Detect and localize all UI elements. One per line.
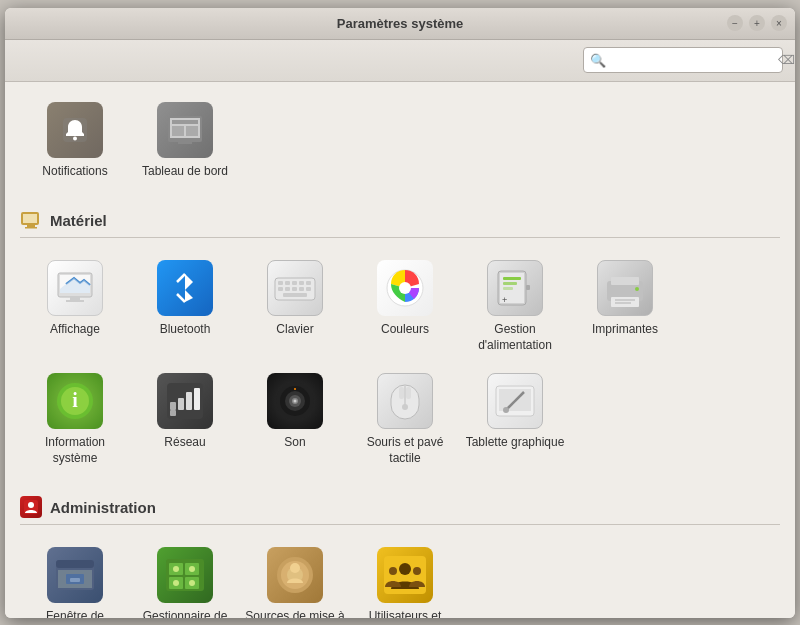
main-window: Paramètres système − + × 🔍 ⌫: [5, 8, 795, 618]
svg-rect-50: [186, 392, 192, 410]
fenetre-label: Fenêtre de connexion: [25, 609, 125, 617]
item-tableau[interactable]: Tableau de bord: [130, 92, 240, 190]
minimize-button[interactable]: −: [727, 15, 743, 31]
materiel-header: Matériel: [20, 209, 780, 238]
info-icon: i: [47, 373, 103, 429]
souris-label: Souris et pavé tactile: [355, 435, 455, 466]
item-tablette[interactable]: Tablette graphique: [460, 363, 570, 476]
item-notifications[interactable]: Notifications: [20, 92, 130, 190]
svg-point-1: [73, 136, 77, 140]
tableau-label: Tableau de bord: [142, 164, 228, 180]
bluetooth-icon: [157, 260, 213, 316]
item-reseau[interactable]: Réseau: [130, 363, 240, 476]
materiel-items-grid: Affichage Bluetooth: [20, 250, 780, 476]
materiel-title: Matériel: [50, 212, 107, 229]
item-souris[interactable]: Souris et pavé tactile: [350, 363, 460, 476]
administration-section: Administration Fenêtre de connexion: [20, 496, 780, 617]
affichage-label: Affichage: [50, 322, 100, 338]
souris-icon: [377, 373, 433, 429]
svg-rect-20: [299, 281, 304, 285]
administration-header: Administration: [20, 496, 780, 525]
svg-point-83: [189, 580, 195, 586]
item-couleurs[interactable]: Couleurs: [350, 250, 460, 363]
svg-rect-10: [27, 225, 35, 227]
svg-rect-18: [285, 281, 290, 285]
svg-point-81: [189, 566, 195, 572]
svg-rect-41: [615, 302, 631, 304]
sources-icon: [267, 547, 323, 603]
svg-point-42: [635, 287, 639, 291]
item-gestionnaire[interactable]: Gestionnaire de pilotes: [130, 537, 240, 617]
svg-point-67: [503, 407, 509, 413]
personal-section: Notifications Tableau de bord: [20, 92, 780, 190]
search-box[interactable]: 🔍 ⌫: [583, 47, 783, 73]
svg-rect-32: [526, 285, 530, 290]
tableau-icon: [157, 102, 213, 158]
content-area: Notifications Tableau de bord: [5, 82, 795, 618]
item-affichage[interactable]: Affichage: [20, 250, 130, 363]
svg-rect-38: [611, 277, 639, 285]
sources-label: Sources de mise à jour: [245, 609, 345, 617]
svg-rect-62: [406, 387, 411, 399]
administration-items-grid: Fenêtre de connexion: [20, 537, 780, 617]
window-title: Paramètres système: [73, 16, 727, 31]
svg-rect-6: [186, 126, 198, 136]
gestionnaire-icon: [157, 547, 213, 603]
svg-rect-26: [306, 287, 311, 291]
reseau-icon: [157, 373, 213, 429]
item-fenetre[interactable]: Fenêtre de connexion: [20, 537, 130, 617]
svg-rect-19: [292, 281, 297, 285]
fenetre-icon: [47, 547, 103, 603]
gestion-icon: +: [487, 260, 543, 316]
svg-text:i: i: [72, 389, 78, 411]
svg-rect-40: [615, 299, 635, 301]
couleurs-icon: [377, 260, 433, 316]
svg-rect-49: [178, 398, 184, 410]
svg-rect-71: [56, 560, 94, 568]
item-sources[interactable]: Sources de mise à jour: [240, 537, 350, 617]
item-son[interactable]: Son: [240, 363, 350, 476]
svg-point-82: [173, 580, 179, 586]
maximize-button[interactable]: +: [749, 15, 765, 31]
item-bluetooth[interactable]: Bluetooth: [130, 250, 240, 363]
utilisateurs-icon: [377, 547, 433, 603]
gestionnaire-label: Gestionnaire de pilotes: [135, 609, 235, 617]
svg-rect-5: [172, 126, 184, 136]
item-clavier[interactable]: Clavier: [240, 250, 350, 363]
svg-rect-47: [170, 410, 176, 416]
svg-rect-61: [399, 387, 404, 399]
item-gestion[interactable]: + Gestion d'alimentation: [460, 250, 570, 363]
svg-rect-15: [66, 300, 84, 302]
item-imprimantes[interactable]: Imprimantes: [570, 250, 680, 363]
son-label: Son: [284, 435, 305, 451]
svg-rect-21: [306, 281, 311, 285]
personal-items-grid: Notifications Tableau de bord: [20, 92, 780, 190]
svg-rect-74: [70, 578, 80, 582]
close-button[interactable]: ×: [771, 15, 787, 31]
item-info[interactable]: i Information système: [20, 363, 130, 476]
search-clear-icon[interactable]: ⌫: [778, 53, 795, 67]
info-label: Information système: [25, 435, 125, 466]
toolbar: 🔍 ⌫: [5, 40, 795, 82]
svg-rect-4: [172, 120, 198, 124]
search-input[interactable]: [610, 53, 778, 68]
svg-point-91: [413, 567, 421, 575]
administration-section-icon: [20, 496, 42, 518]
svg-rect-27: [283, 293, 307, 297]
svg-point-90: [389, 567, 397, 575]
svg-rect-25: [299, 287, 304, 291]
svg-point-57: [294, 400, 297, 403]
item-utilisateurs[interactable]: Utilisateurs et Groupes: [350, 537, 460, 617]
svg-rect-34: [503, 282, 517, 285]
reseau-label: Réseau: [164, 435, 205, 451]
svg-rect-24: [292, 287, 297, 291]
gestion-label: Gestion d'alimentation: [465, 322, 565, 353]
couleurs-label: Couleurs: [381, 322, 429, 338]
svg-rect-48: [170, 402, 176, 410]
clavier-icon: [267, 260, 323, 316]
titlebar: Paramètres système − + ×: [5, 8, 795, 40]
svg-point-69: [28, 502, 34, 508]
svg-rect-23: [285, 287, 290, 291]
materiel-section-icon: [20, 209, 42, 231]
imprimantes-label: Imprimantes: [592, 322, 658, 338]
